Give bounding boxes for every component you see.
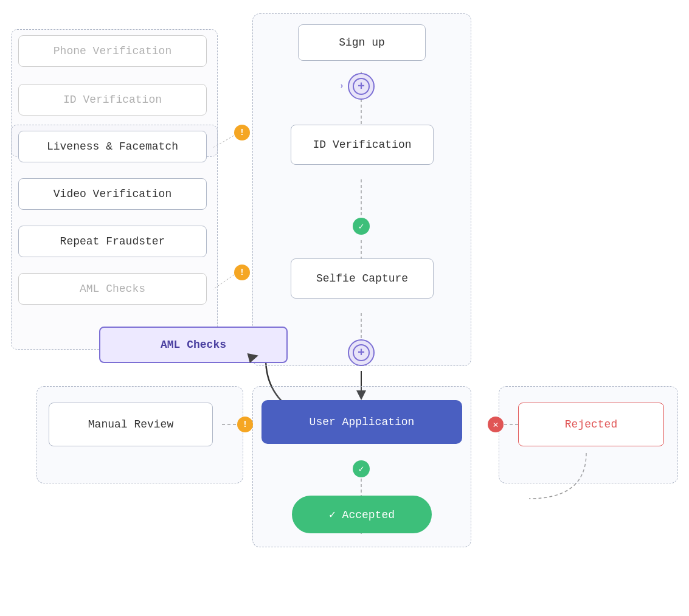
warn-icon-liveness: ! <box>234 125 250 140</box>
sidebar-phone-verification[interactable]: Phone Verification <box>18 35 207 67</box>
aml-checks-drag-node[interactable]: AML Checks <box>99 327 288 363</box>
accepted-node[interactable]: ✓ Accepted <box>292 496 432 533</box>
warn-icon-aml: ! <box>234 265 250 280</box>
flow-region-main <box>252 13 471 366</box>
manual-review-node[interactable]: Manual Review <box>49 403 213 446</box>
check-symbol: ✓ <box>358 221 364 232</box>
reject-icon: ✕ <box>488 417 504 432</box>
sidebar-video-verification[interactable]: Video Verification <box>18 178 207 210</box>
user-application-check-icon: ✓ <box>353 460 370 477</box>
warn-symbol-3: ! <box>243 420 248 429</box>
plus-symbol-2: + <box>358 346 365 360</box>
rejected-node[interactable]: Rejected <box>518 403 664 446</box>
check-symbol-2: ✓ <box>358 463 364 475</box>
add-step-icon-1[interactable]: + › <box>348 73 375 100</box>
signup-node[interactable]: Sign up <box>298 24 426 61</box>
warn-symbol-1: ! <box>240 128 244 137</box>
plus-symbol-1: + <box>358 80 365 94</box>
arrow-indicator: › <box>339 81 344 91</box>
sidebar-aml-checks[interactable]: AML Checks <box>18 273 207 305</box>
id-verification-check-icon: ✓ <box>353 218 370 235</box>
add-step-icon-2[interactable]: + <box>348 339 375 366</box>
id-verification-main-node[interactable]: ID Verification <box>291 125 434 165</box>
sidebar-liveness-facematch[interactable]: Liveness & Facematch <box>18 131 207 162</box>
user-application-node[interactable]: User Application <box>261 400 462 444</box>
warn-symbol-2: ! <box>240 268 244 277</box>
sidebar-id-verification[interactable]: ID Verification <box>18 84 207 116</box>
x-symbol: ✕ <box>493 419 498 431</box>
sidebar-repeat-fraudster[interactable]: Repeat Fraudster <box>18 226 207 257</box>
warn-icon-manual-review: ! <box>237 417 253 432</box>
selfie-capture-node[interactable]: Selfie Capture <box>291 258 434 299</box>
